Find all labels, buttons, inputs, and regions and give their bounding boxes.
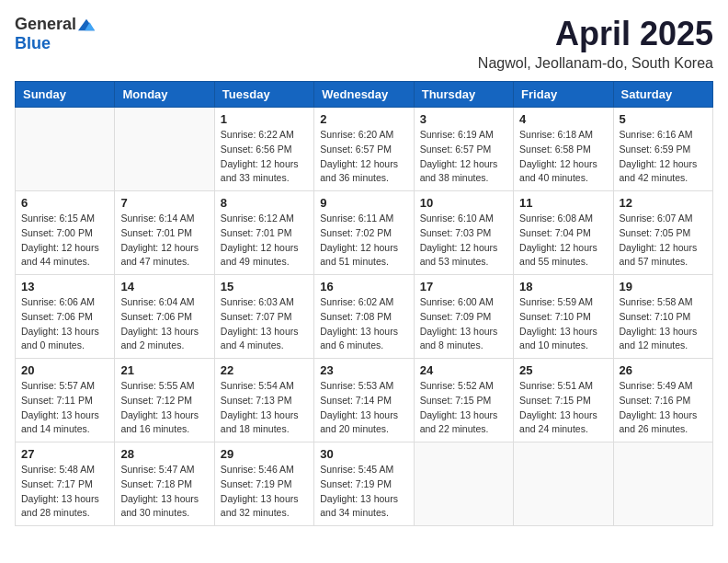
calendar-cell: 19Sunrise: 5:58 AM Sunset: 7:10 PM Dayli… xyxy=(613,275,712,359)
day-number: 14 xyxy=(120,280,208,293)
calendar-cell xyxy=(16,108,115,191)
day-info: Sunrise: 6:16 AM Sunset: 6:59 PM Dayligh… xyxy=(620,128,707,186)
calendar-cell: 26Sunrise: 5:49 AM Sunset: 7:16 PM Dayli… xyxy=(613,359,712,442)
calendar-cell: 27Sunrise: 5:48 AM Sunset: 7:17 PM Dayli… xyxy=(16,442,115,526)
logo-general-text: General xyxy=(15,15,76,34)
day-number: 3 xyxy=(420,112,507,126)
day-number: 28 xyxy=(120,447,208,461)
day-number: 12 xyxy=(620,196,707,210)
day-number: 17 xyxy=(420,280,507,293)
day-info: Sunrise: 6:11 AM Sunset: 7:02 PM Dayligh… xyxy=(320,212,407,270)
logo: General Blue xyxy=(15,15,95,53)
day-info: Sunrise: 5:53 AM Sunset: 7:14 PM Dayligh… xyxy=(320,379,407,437)
day-info: Sunrise: 6:20 AM Sunset: 6:57 PM Dayligh… xyxy=(320,128,407,186)
calendar-table: SundayMondayTuesdayWednesdayThursdayFrid… xyxy=(15,81,713,526)
calendar-cell xyxy=(613,442,712,526)
day-info: Sunrise: 5:47 AM Sunset: 7:18 PM Dayligh… xyxy=(120,463,208,521)
week-row-1: 1Sunrise: 6:22 AM Sunset: 6:56 PM Daylig… xyxy=(16,108,713,191)
day-info: Sunrise: 6:07 AM Sunset: 7:05 PM Dayligh… xyxy=(620,212,707,270)
day-number: 10 xyxy=(420,196,507,210)
calendar-cell: 29Sunrise: 5:46 AM Sunset: 7:19 PM Dayli… xyxy=(214,442,313,526)
day-info: Sunrise: 6:19 AM Sunset: 6:57 PM Dayligh… xyxy=(420,128,507,186)
day-number: 26 xyxy=(620,363,707,377)
day-info: Sunrise: 5:58 AM Sunset: 7:10 PM Dayligh… xyxy=(620,295,707,353)
calendar-cell: 20Sunrise: 5:57 AM Sunset: 7:11 PM Dayli… xyxy=(16,359,115,442)
day-number: 4 xyxy=(519,112,607,126)
day-number: 27 xyxy=(21,447,108,461)
logo-icon xyxy=(78,18,95,31)
day-info: Sunrise: 6:22 AM Sunset: 6:56 PM Dayligh… xyxy=(221,128,308,186)
day-number: 11 xyxy=(519,196,607,210)
day-number: 22 xyxy=(221,363,308,377)
day-header-friday: Friday xyxy=(514,82,613,108)
day-info: Sunrise: 6:12 AM Sunset: 7:01 PM Dayligh… xyxy=(221,212,308,270)
day-header-thursday: Thursday xyxy=(414,82,513,108)
day-number: 23 xyxy=(320,363,407,377)
calendar-cell: 21Sunrise: 5:55 AM Sunset: 7:12 PM Dayli… xyxy=(115,359,214,442)
day-number: 7 xyxy=(120,196,208,210)
day-info: Sunrise: 6:18 AM Sunset: 6:58 PM Dayligh… xyxy=(519,128,607,186)
day-info: Sunrise: 6:04 AM Sunset: 7:06 PM Dayligh… xyxy=(120,295,208,353)
calendar-cell: 15Sunrise: 6:03 AM Sunset: 7:07 PM Dayli… xyxy=(214,275,313,359)
day-number: 20 xyxy=(21,363,108,377)
day-number: 1 xyxy=(221,112,308,126)
day-info: Sunrise: 6:08 AM Sunset: 7:04 PM Dayligh… xyxy=(519,212,607,270)
week-row-5: 27Sunrise: 5:48 AM Sunset: 7:17 PM Dayli… xyxy=(16,442,713,526)
day-info: Sunrise: 6:00 AM Sunset: 7:09 PM Dayligh… xyxy=(420,295,507,353)
day-header-tuesday: Tuesday xyxy=(214,82,313,108)
day-number: 6 xyxy=(21,196,108,210)
calendar-cell: 18Sunrise: 5:59 AM Sunset: 7:10 PM Dayli… xyxy=(514,275,613,359)
logo-blue-text: Blue xyxy=(15,34,51,53)
calendar-cell: 25Sunrise: 5:51 AM Sunset: 7:15 PM Dayli… xyxy=(514,359,613,442)
day-header-saturday: Saturday xyxy=(613,82,712,108)
calendar-cell: 3Sunrise: 6:19 AM Sunset: 6:57 PM Daylig… xyxy=(414,108,513,191)
calendar-cell: 8Sunrise: 6:12 AM Sunset: 7:01 PM Daylig… xyxy=(214,191,313,275)
day-number: 5 xyxy=(620,112,707,126)
calendar-header-row: SundayMondayTuesdayWednesdayThursdayFrid… xyxy=(16,82,713,108)
calendar-cell: 16Sunrise: 6:02 AM Sunset: 7:08 PM Dayli… xyxy=(314,275,414,359)
calendar-cell: 30Sunrise: 5:45 AM Sunset: 7:19 PM Dayli… xyxy=(314,442,414,526)
day-info: Sunrise: 5:51 AM Sunset: 7:15 PM Dayligh… xyxy=(519,379,607,437)
calendar-cell: 28Sunrise: 5:47 AM Sunset: 7:18 PM Dayli… xyxy=(115,442,214,526)
day-info: Sunrise: 5:49 AM Sunset: 7:16 PM Dayligh… xyxy=(620,379,707,437)
calendar-cell: 13Sunrise: 6:06 AM Sunset: 7:06 PM Dayli… xyxy=(16,275,115,359)
day-number: 16 xyxy=(320,280,407,293)
week-row-2: 6Sunrise: 6:15 AM Sunset: 7:00 PM Daylig… xyxy=(16,191,713,275)
day-number: 30 xyxy=(320,447,407,461)
day-info: Sunrise: 6:06 AM Sunset: 7:06 PM Dayligh… xyxy=(21,295,108,353)
day-info: Sunrise: 6:15 AM Sunset: 7:00 PM Dayligh… xyxy=(21,212,108,270)
calendar-cell: 7Sunrise: 6:14 AM Sunset: 7:01 PM Daylig… xyxy=(115,191,214,275)
day-header-monday: Monday xyxy=(115,82,214,108)
day-info: Sunrise: 5:57 AM Sunset: 7:11 PM Dayligh… xyxy=(21,379,108,437)
calendar-cell: 10Sunrise: 6:10 AM Sunset: 7:03 PM Dayli… xyxy=(414,191,513,275)
calendar-cell: 17Sunrise: 6:00 AM Sunset: 7:09 PM Dayli… xyxy=(414,275,513,359)
calendar-cell: 9Sunrise: 6:11 AM Sunset: 7:02 PM Daylig… xyxy=(314,191,414,275)
day-header-wednesday: Wednesday xyxy=(314,82,414,108)
day-info: Sunrise: 5:54 AM Sunset: 7:13 PM Dayligh… xyxy=(221,379,308,437)
calendar-cell: 6Sunrise: 6:15 AM Sunset: 7:00 PM Daylig… xyxy=(16,191,115,275)
calendar-cell: 12Sunrise: 6:07 AM Sunset: 7:05 PM Dayli… xyxy=(613,191,712,275)
day-number: 29 xyxy=(221,447,308,461)
day-number: 9 xyxy=(320,196,407,210)
day-number: 13 xyxy=(21,280,108,293)
day-number: 8 xyxy=(221,196,308,210)
calendar-cell: 14Sunrise: 6:04 AM Sunset: 7:06 PM Dayli… xyxy=(115,275,214,359)
day-number: 21 xyxy=(120,363,208,377)
day-number: 18 xyxy=(519,280,607,293)
calendar-cell: 23Sunrise: 5:53 AM Sunset: 7:14 PM Dayli… xyxy=(314,359,414,442)
day-info: Sunrise: 5:45 AM Sunset: 7:19 PM Dayligh… xyxy=(320,463,407,521)
week-row-4: 20Sunrise: 5:57 AM Sunset: 7:11 PM Dayli… xyxy=(16,359,713,442)
calendar-cell: 2Sunrise: 6:20 AM Sunset: 6:57 PM Daylig… xyxy=(314,108,414,191)
calendar-cell: 5Sunrise: 6:16 AM Sunset: 6:59 PM Daylig… xyxy=(613,108,712,191)
calendar-cell: 1Sunrise: 6:22 AM Sunset: 6:56 PM Daylig… xyxy=(214,108,313,191)
calendar-cell: 11Sunrise: 6:08 AM Sunset: 7:04 PM Dayli… xyxy=(514,191,613,275)
calendar-cell xyxy=(414,442,513,526)
day-info: Sunrise: 5:48 AM Sunset: 7:17 PM Dayligh… xyxy=(21,463,108,521)
day-number: 15 xyxy=(221,280,308,293)
month-title: April 2025 xyxy=(478,15,713,53)
day-number: 2 xyxy=(320,112,407,126)
page-header: General Blue April 2025 Nagwol, Jeollana… xyxy=(15,15,713,72)
calendar-cell xyxy=(514,442,613,526)
day-number: 19 xyxy=(620,280,707,293)
day-info: Sunrise: 6:10 AM Sunset: 7:03 PM Dayligh… xyxy=(420,212,507,270)
